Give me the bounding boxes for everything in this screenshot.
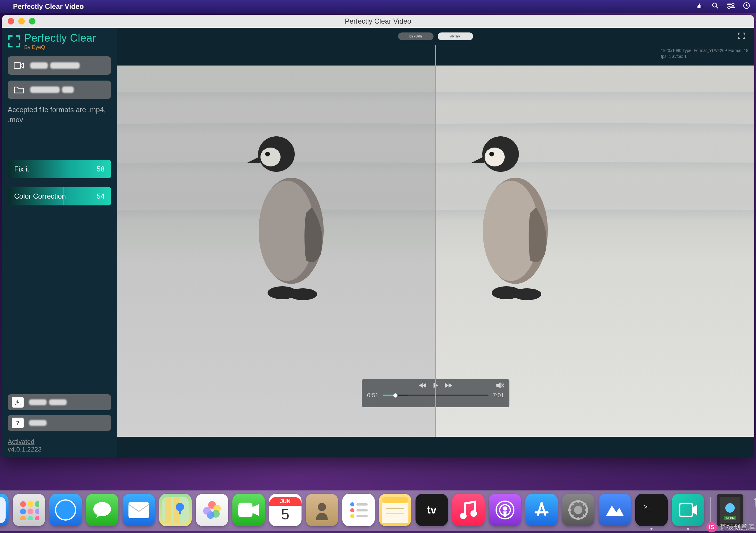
window-maximize-button[interactable] xyxy=(29,18,36,24)
svg-rect-54 xyxy=(357,509,368,512)
fullscreen-icon[interactable] xyxy=(738,33,745,39)
macos-menubar: Perfectly Clear Video xyxy=(0,0,756,13)
window-title: Perfectly Clear Video xyxy=(345,17,411,25)
dock-safari[interactable] xyxy=(49,494,82,526)
folder-icon xyxy=(14,85,24,95)
dock-podcasts[interactable] xyxy=(489,494,521,526)
svg-point-19 xyxy=(485,148,505,166)
timeline-thumb[interactable] xyxy=(393,393,397,397)
svg-point-40 xyxy=(93,502,111,516)
choose-file-label xyxy=(30,87,74,93)
compare-toolbar: BEFORE AFTER xyxy=(117,28,754,45)
dock-settings[interactable] xyxy=(562,494,594,526)
fix-it-slider[interactable]: Fix it 58 xyxy=(8,160,111,178)
svg-point-13 xyxy=(265,152,270,156)
dock-recent-file[interactable]: WEBM xyxy=(717,494,743,526)
sidebar: Perfectly Clear By EyeQ Accepted file fo… xyxy=(2,28,117,457)
svg-rect-41 xyxy=(128,502,149,518)
svg-point-53 xyxy=(350,508,354,512)
activated-label[interactable]: Activated xyxy=(8,438,111,445)
svg-point-50 xyxy=(318,503,326,511)
svg-rect-79 xyxy=(680,503,692,517)
rewind-button[interactable] xyxy=(418,382,427,389)
svg-rect-7 xyxy=(14,63,21,68)
version-label: v4.0.1.2223 xyxy=(8,445,111,453)
svg-text:?: ? xyxy=(16,420,19,426)
svg-point-36 xyxy=(27,516,33,520)
format-hint: Accepted file formats are .mp4, .mov xyxy=(8,105,111,125)
penguin-after xyxy=(453,125,571,308)
dock-perfectly-clear-video[interactable] xyxy=(672,494,704,526)
window-close-button[interactable] xyxy=(8,18,14,24)
open-camera-button[interactable] xyxy=(8,56,111,75)
svg-point-30 xyxy=(27,501,33,507)
dock-finder[interactable] xyxy=(0,494,9,526)
svg-point-31 xyxy=(35,501,39,507)
dock-appletv[interactable]: tv xyxy=(416,494,448,526)
dock-mail[interactable] xyxy=(122,494,155,526)
svg-point-81 xyxy=(725,503,735,513)
penguin-before xyxy=(229,125,347,308)
fix-it-value: 58 xyxy=(96,165,104,173)
dock-maps[interactable] xyxy=(159,494,192,526)
clock-icon[interactable] xyxy=(743,2,750,11)
svg-point-55 xyxy=(350,514,354,518)
svg-point-5 xyxy=(728,6,730,9)
dock-notes[interactable] xyxy=(379,494,411,526)
fix-it-label: Fix it xyxy=(14,165,29,173)
choose-file-button[interactable] xyxy=(8,81,111,99)
dock-messages[interactable] xyxy=(86,494,119,526)
dock-terminal[interactable]: >_ xyxy=(635,494,668,526)
window-titlebar: Perfectly Clear Video xyxy=(2,15,754,28)
svg-point-22 xyxy=(513,288,541,300)
after-half xyxy=(436,45,754,437)
svg-rect-26 xyxy=(0,497,6,523)
dock-facetime[interactable] xyxy=(232,494,265,526)
svg-point-68 xyxy=(574,506,582,514)
color-correction-label: Color Correction xyxy=(14,192,66,200)
download-icon xyxy=(12,397,24,408)
dock-launchpad[interactable] xyxy=(13,494,45,526)
color-correction-slider[interactable]: Color Correction 54 xyxy=(8,187,111,205)
open-camera-label xyxy=(30,62,80,69)
current-time: 0:51 xyxy=(367,392,379,399)
svg-point-29 xyxy=(20,501,26,507)
video-frame: 0:51 7:01 xyxy=(117,45,754,437)
before-toggle[interactable]: BEFORE xyxy=(398,33,434,40)
save-file-button[interactable] xyxy=(8,394,111,410)
dock-music[interactable] xyxy=(452,494,485,526)
color-correction-value: 54 xyxy=(96,192,104,200)
window-minimize-button[interactable] xyxy=(18,18,25,24)
svg-rect-2 xyxy=(727,4,732,5)
menubar-app-name[interactable]: Perfectly Clear Video xyxy=(13,2,84,11)
app-logo: Perfectly Clear By EyeQ xyxy=(8,32,111,50)
compare-divider-line[interactable] xyxy=(435,45,436,437)
calendar-month: JUN xyxy=(269,497,302,506)
dock-reminders[interactable] xyxy=(342,494,375,526)
video-metadata: 1920x1080 Type: Format_YUV420P Format: 1… xyxy=(661,48,748,59)
svg-text:WEBM: WEBM xyxy=(725,517,735,520)
main-area: BEFORE AFTER xyxy=(117,28,754,457)
help-button[interactable]: ? xyxy=(8,415,111,431)
dock-photos[interactable] xyxy=(196,494,228,526)
svg-point-32 xyxy=(20,509,26,514)
wifi-icon[interactable] xyxy=(696,2,703,11)
control-center-icon[interactable] xyxy=(727,2,735,11)
search-icon[interactable] xyxy=(712,2,719,11)
dock-app-blue[interactable] xyxy=(599,494,631,526)
after-toggle[interactable]: AFTER xyxy=(438,33,473,40)
forward-button[interactable] xyxy=(445,382,453,389)
svg-text:>_: >_ xyxy=(644,503,651,510)
mute-button[interactable] xyxy=(496,382,504,389)
svg-rect-49 xyxy=(238,503,253,517)
camera-icon xyxy=(14,60,24,71)
dock-calendar[interactable]: JUN 5 xyxy=(269,494,302,526)
duration-time: 7:01 xyxy=(493,392,504,399)
svg-rect-52 xyxy=(357,503,368,506)
video-compare-area: 0:51 7:01 1920x1080 Type: For xyxy=(117,45,754,457)
save-file-label xyxy=(29,399,67,405)
svg-point-66 xyxy=(503,506,507,511)
dock-appstore[interactable] xyxy=(526,494,558,526)
dock-trash[interactable] xyxy=(747,494,756,526)
dock-contacts[interactable] xyxy=(306,494,338,526)
